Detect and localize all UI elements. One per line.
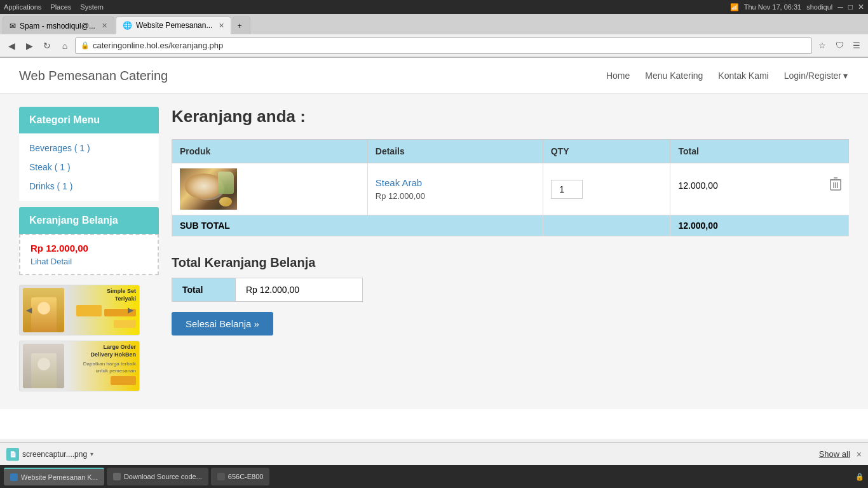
sidebar-item-drinks[interactable]: Drinks ( 1 ) [19, 177, 159, 196]
tab-gmail-favicon: ✉ [10, 22, 16, 30]
site-wrapper: Web Pemesanan Catering Home Menu Katerin… [0, 58, 868, 439]
nav-home[interactable]: Home [605, 67, 631, 84]
checkout-button[interactable]: Selesai Belanja » [172, 312, 273, 336]
total-value: Rp 12.000,00 [236, 278, 363, 302]
cart-total-amount: Rp 12.000,00 [31, 243, 147, 254]
product-details-cell: Steak Arab Rp 12.000,00 [367, 163, 543, 215]
site-logo: Web Pemesanan Catering [19, 69, 168, 83]
back-button[interactable]: ◀ [4, 38, 19, 53]
trash-icon [830, 177, 841, 191]
table-header-row: Produk Details QTY Total [172, 140, 849, 163]
os-top-apps: Applications Places System [4, 3, 104, 11]
product-price: Rp 12.000,00 [376, 191, 425, 201]
qty-cell [543, 163, 670, 215]
page-title: Keranjang anda : [172, 107, 849, 126]
col-qty: QTY [543, 140, 670, 163]
dropdown-arrow-icon: ▾ [843, 71, 848, 81]
site-header: Web Pemesanan Catering Home Menu Katerin… [0, 58, 868, 94]
sidebar-cart-box: Rp 12.000,00 Lihat Detail [19, 234, 159, 275]
ad1-prev[interactable]: ◀ [21, 302, 36, 318]
browser-tab-website[interactable]: 🌐 Website Pemesanan... ✕ [116, 17, 232, 34]
kaspersky-icon[interactable]: 🛡 [832, 38, 847, 53]
sidebar-category-heading: Kategori Menu [19, 107, 159, 133]
subtotal-label: SUB TOTAL [172, 215, 543, 236]
qty-input[interactable] [551, 180, 583, 199]
os-network-icon: 📶 [730, 3, 739, 11]
sidebar-item-beverages[interactable]: Beverages ( 1 ) [19, 139, 159, 158]
os-user: shodiqul [806, 3, 832, 11]
subtotal-value: 12.000,00 [670, 215, 849, 236]
subtotal-row: SUB TOTAL 12.000,00 [172, 215, 849, 236]
tab-gmail-label: Spam - mshodiqul@... [20, 22, 95, 30]
total-cell: 12.000,00 [670, 163, 848, 199]
cart-detail-link-wrapper: Lihat Detail [31, 256, 147, 266]
total-table: Total Rp 12.000,00 [172, 278, 363, 302]
total-table-row: Total Rp 12.000,00 [172, 278, 363, 302]
browser-tab-new[interactable]: + [233, 17, 250, 34]
sidebar-menu: Beverages ( 1 ) Steak ( 1 ) Drinks ( 1 ) [19, 133, 159, 201]
product-name-link[interactable]: Steak Arab [376, 177, 535, 188]
col-details: Details [367, 140, 543, 163]
tab-website-label: Website Pemesanan... [136, 21, 213, 30]
browser-tab-gmail[interactable]: ✉ Spam - mshodiqul@... ✕ [3, 17, 114, 34]
browser-menu-icon[interactable]: ☰ [849, 38, 864, 53]
tab-website-favicon: 🌐 [123, 21, 132, 30]
home-button[interactable]: ⌂ [57, 38, 72, 53]
product-image [180, 168, 237, 210]
os-window-max[interactable]: □ [848, 3, 853, 11]
delete-item-button[interactable] [830, 177, 841, 194]
os-app-system[interactable]: System [80, 3, 104, 11]
cart-detail-link[interactable]: Lihat Detail [31, 257, 72, 266]
col-product: Produk [172, 140, 368, 163]
sidebar-ad-2[interactable]: Large OrderDelivery HokBen Dapatkan harg… [19, 341, 140, 391]
browser-tab-bar: ✉ Spam - mshodiqul@... ✕ 🌐 Website Pemes… [0, 14, 868, 34]
browser-toolbar: ◀ ▶ ↻ ⌂ 🔒 cateringonline.hol.es/keranjan… [0, 34, 868, 57]
total-section: Total Keranjang Belanja Total Rp 12.000,… [172, 255, 849, 336]
table-row: Steak Arab Rp 12.000,00 12.000,00 [172, 163, 849, 215]
address-text: cateringonline.hol.es/keranjang.php [93, 41, 223, 50]
refresh-button[interactable]: ↻ [39, 38, 55, 53]
os-top-right: 📶 Thu Nov 17, 06:31 shodiqul ─ □ ✕ [730, 3, 864, 11]
os-datetime: Thu Nov 17, 06:31 [744, 3, 802, 11]
address-bar[interactable]: 🔒 cateringonline.hol.es/keranjang.php [75, 37, 812, 54]
total-label: Total [172, 278, 236, 302]
ad1-next[interactable]: ▶ [123, 302, 138, 318]
browser-chrome: ✉ Spam - mshodiqul@... ✕ 🌐 Website Pemes… [0, 14, 868, 58]
sidebar: Kategori Menu Beverages ( 1 ) Steak ( 1 … [19, 107, 159, 396]
os-app-applications[interactable]: Applications [4, 3, 41, 11]
tab-website-close[interactable]: ✕ [219, 22, 224, 30]
row-total: 12.000,00 [678, 180, 717, 191]
col-total: Total [670, 140, 849, 163]
sidebar-item-steak[interactable]: Steak ( 1 ) [19, 158, 159, 177]
content-area: Keranjang anda : Produk Details QTY Tota… [172, 107, 849, 396]
cart-table: Produk Details QTY Total [172, 139, 849, 236]
sidebar-cart-heading: Keranjang Belanja [19, 207, 159, 234]
nav-menu[interactable]: Menu Katering [644, 67, 704, 84]
sidebar-ad-1[interactable]: Simple SetTeriyaki ◀ ▶ [19, 285, 140, 336]
main-layout: Kategori Menu Beverages ( 1 ) Steak ( 1 … [0, 94, 868, 409]
tab-gmail-close[interactable]: ✕ [102, 22, 107, 30]
os-window-min[interactable]: ─ [837, 3, 843, 11]
forward-button[interactable]: ▶ [22, 38, 37, 53]
os-taskbar-top: Applications Places System 📶 Thu Nov 17,… [0, 0, 868, 14]
toolbar-icons: ☆ 🛡 ☰ [815, 38, 864, 53]
bookmark-icon[interactable]: ☆ [815, 38, 830, 53]
new-tab-icon: + [237, 22, 241, 30]
subtotal-qty-spacer [543, 215, 670, 236]
site-nav: Home Menu Katering Kontak Kami Login/Reg… [605, 67, 849, 84]
lock-icon: 🔒 [81, 41, 90, 50]
os-app-places[interactable]: Places [50, 3, 71, 11]
os-window-close[interactable]: ✕ [858, 3, 864, 11]
nav-contact[interactable]: Kontak Kami [717, 67, 770, 84]
product-image-cell [172, 163, 368, 215]
nav-login[interactable]: Login/Register ▾ [783, 67, 849, 84]
total-section-title: Total Keranjang Belanja [172, 255, 849, 270]
